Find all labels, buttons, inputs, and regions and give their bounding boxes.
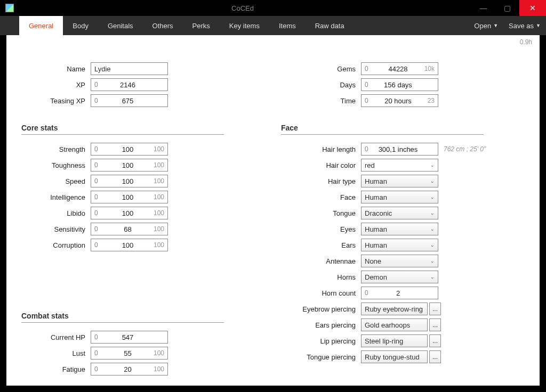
tongue-piercing-more-button[interactable]: ...: [429, 350, 441, 363]
label-horns: Horns: [281, 273, 361, 281]
label-tongue: Tongue: [281, 209, 361, 217]
titlebar: CoCEd — ▢ ✕: [0, 0, 546, 16]
ears-combo[interactable]: Human⌄: [361, 239, 438, 251]
core-input-0[interactable]: 0100100: [91, 143, 168, 156]
core-input-5[interactable]: 068100: [91, 223, 168, 235]
core-stats-title: Core stats: [21, 124, 224, 135]
hair-color-combo[interactable]: red⌄: [361, 159, 438, 172]
chevron-down-icon: ⌄: [430, 210, 435, 216]
label-name: Name: [21, 65, 91, 73]
app-window: CoCEd — ▢ ✕ General Body Genitals Others…: [0, 0, 546, 392]
label-eyebrow-piercing: Eyebrow piercing: [281, 305, 361, 313]
horns-combo[interactable]: Demon⌄: [361, 271, 438, 283]
label-days: Days: [281, 81, 361, 89]
eyebrow-piercing-combo[interactable]: Ruby eyebrow-ring: [361, 303, 428, 315]
chevron-down-icon: ⌄: [430, 226, 435, 232]
label-core-1: Toughness: [21, 161, 91, 169]
tab-bar: General Body Genitals Others Perks Key i…: [0, 16, 546, 35]
label-core-6: Corruption: [21, 241, 91, 249]
teasing-xp-input[interactable]: 0675: [91, 94, 168, 107]
gems-input[interactable]: 04422810k: [361, 62, 438, 75]
tab-others[interactable]: Others: [143, 16, 183, 35]
label-ears: Ears: [281, 241, 361, 249]
chevron-down-icon: ⌄: [430, 162, 435, 168]
lip-piercing-combo[interactable]: Steel lip-ring: [361, 334, 428, 347]
label-teasing-xp: Teasing XP: [21, 97, 91, 105]
left-column: Name Lydie XP 02146 Teasing XP 0675 Core…: [21, 61, 265, 377]
window-title: CoCEd: [14, 4, 471, 12]
chevron-down-icon: ▼: [536, 23, 541, 28]
version-label: 0.9h: [520, 38, 532, 46]
label-tongue-piercing: Tongue piercing: [281, 353, 361, 361]
combat-stats-title: Combat stats: [21, 312, 224, 323]
face-combo[interactable]: Human⌄: [361, 191, 438, 203]
chevron-down-icon: ▼: [493, 23, 498, 28]
tab-raw-data[interactable]: Raw data: [306, 16, 354, 35]
label-time: Time: [281, 97, 361, 105]
label-hair-length: Hair length: [281, 145, 361, 153]
label-hair-color: Hair color: [281, 161, 361, 169]
tab-items[interactable]: Items: [269, 16, 306, 35]
label-combat-0: Current HP: [21, 333, 91, 341]
hair-type-combo[interactable]: Human⌄: [361, 175, 438, 187]
label-core-3: Intelligence: [21, 193, 91, 201]
tab-perks[interactable]: Perks: [183, 16, 220, 35]
face-title: Face: [281, 124, 484, 135]
lip-piercing-more-button[interactable]: ...: [429, 334, 441, 347]
ears-piercing-combo[interactable]: Gold earhoops: [361, 318, 428, 331]
label-combat-2: Fatigue: [21, 365, 91, 373]
label-core-2: Speed: [21, 177, 91, 185]
core-input-2[interactable]: 0100100: [91, 175, 168, 187]
eyes-combo[interactable]: Human⌄: [361, 223, 438, 235]
antennae-combo[interactable]: None⌄: [361, 255, 438, 267]
tongue-combo[interactable]: Draconic⌄: [361, 207, 438, 219]
label-hair-type: Hair type: [281, 177, 361, 185]
chevron-down-icon: ⌄: [430, 178, 435, 184]
hair-length-input[interactable]: 0300,1 inches: [361, 143, 438, 156]
open-menu[interactable]: Open▼: [469, 16, 503, 35]
right-column: Gems 04422810k Days 0156 days Time 020 h…: [281, 61, 525, 377]
tab-general[interactable]: General: [19, 16, 63, 35]
chevron-down-icon: ⌄: [430, 242, 435, 248]
ears-piercing-more-button[interactable]: ...: [429, 318, 441, 331]
chevron-down-icon: ⌄: [430, 274, 435, 280]
xp-input[interactable]: 02146: [91, 78, 168, 91]
tab-key-items[interactable]: Key items: [220, 16, 269, 35]
label-core-5: Sensitivity: [21, 225, 91, 233]
label-ears-piercing: Ears piercing: [281, 321, 361, 329]
name-input[interactable]: Lydie: [91, 62, 168, 75]
label-core-4: Libido: [21, 209, 91, 217]
core-input-6[interactable]: 0100100: [91, 239, 168, 251]
core-input-3[interactable]: 0100100: [91, 191, 168, 203]
tab-genitals[interactable]: Genitals: [98, 16, 143, 35]
time-input[interactable]: 020 hours23: [361, 94, 438, 107]
eyebrow-piercing-more-button[interactable]: ...: [429, 303, 441, 315]
chevron-down-icon: ⌄: [430, 194, 435, 200]
label-xp: XP: [21, 81, 91, 89]
close-button[interactable]: ✕: [519, 0, 546, 16]
saveas-menu[interactable]: Save as▼: [503, 16, 546, 35]
core-input-1[interactable]: 0100100: [91, 159, 168, 172]
minimize-button[interactable]: —: [471, 0, 495, 16]
maximize-button[interactable]: ▢: [495, 0, 519, 16]
label-face: Face: [281, 193, 361, 201]
label-antennae: Antennae: [281, 257, 361, 265]
label-core-0: Strength: [21, 145, 91, 153]
horn-count-input[interactable]: 02: [361, 287, 438, 299]
core-input-4[interactable]: 0100100: [91, 207, 168, 219]
combat-input-0[interactable]: 0547: [91, 331, 168, 344]
label-gems: Gems: [281, 65, 361, 73]
label-horn-count: Horn count: [281, 289, 361, 297]
tongue-piercing-combo[interactable]: Ruby tongue-stud: [361, 350, 428, 363]
tab-body[interactable]: Body: [63, 16, 98, 35]
content-area: 0.9h Name Lydie XP 02146 Teasing XP 0675: [6, 35, 540, 386]
label-lip-piercing: Lip piercing: [281, 337, 361, 345]
label-combat-1: Lust: [21, 349, 91, 357]
window-controls: — ▢ ✕: [471, 0, 546, 16]
days-input[interactable]: 0156 days: [361, 78, 438, 91]
chevron-down-icon: ⌄: [430, 258, 435, 264]
label-eyes: Eyes: [281, 225, 361, 233]
combat-input-2[interactable]: 020100: [91, 363, 168, 375]
app-icon: [5, 4, 14, 12]
combat-input-1[interactable]: 055100: [91, 347, 168, 360]
